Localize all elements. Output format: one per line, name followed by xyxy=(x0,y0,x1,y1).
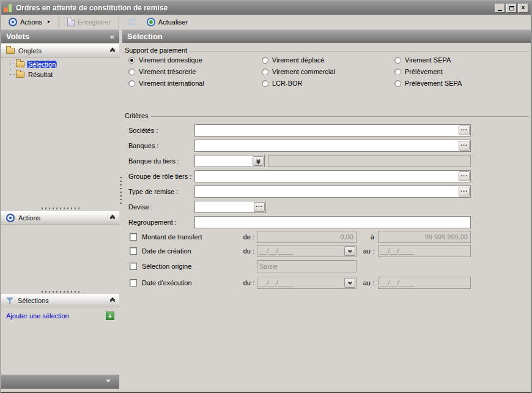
radio-virement-deplace[interactable]: Virement déplacé xyxy=(262,56,324,64)
radio-virement-tresorerie[interactable]: Virement trésorerie xyxy=(128,68,196,75)
splitter-handle[interactable] xyxy=(42,291,79,293)
add-selection-button[interactable]: + xyxy=(106,312,114,320)
save-icon xyxy=(67,18,75,26)
toolbar: Actions ▼ Enregistrer Actualiser xyxy=(1,15,531,29)
radio-icon xyxy=(128,57,135,64)
volets-title: Volets xyxy=(6,32,29,41)
groupe-role-input[interactable] xyxy=(197,173,459,180)
date-creation-du-label: du : xyxy=(231,247,254,255)
vertical-splitter-handle[interactable] xyxy=(120,177,122,204)
montant-de-input xyxy=(259,233,355,241)
banque-tiers-name-input xyxy=(270,157,470,165)
tree-item-selection[interactable]: Sélection xyxy=(16,59,57,69)
radio-virement-commercial[interactable]: Virement commercial xyxy=(262,68,335,75)
application-window: Ordres en attente de constitution de rem… xyxy=(0,0,532,393)
radio-icon xyxy=(128,69,135,75)
groupbox-line xyxy=(190,51,529,51)
societes-browse-button[interactable]: ... xyxy=(459,125,470,135)
app-icon xyxy=(4,4,12,13)
banques-field: ... xyxy=(194,140,471,152)
groupe-role-browse-button[interactable]: ... xyxy=(459,171,470,181)
radio-label: Virement international xyxy=(139,80,204,87)
support-legend-label: Support de paiement xyxy=(125,47,187,54)
radio-label: Virement commercial xyxy=(272,68,335,75)
toolbar-separator xyxy=(119,17,119,28)
chevron-up-icon[interactable] xyxy=(111,50,114,52)
title-bar: Ordres en attente de constitution de rem… xyxy=(1,1,531,15)
filter-funnel-icon xyxy=(6,297,14,305)
add-selection-link[interactable]: Ajouter une sélection xyxy=(6,312,69,320)
folder-icon xyxy=(6,48,15,54)
close-button[interactable]: × xyxy=(518,4,528,13)
collapse-sidebar-icon[interactable]: « xyxy=(110,32,114,41)
support-groupbox-legend: Support de paiement xyxy=(125,47,529,54)
societes-field: ... xyxy=(194,124,471,137)
type-remise-label: Type de remise : xyxy=(128,188,178,195)
splitter-handle[interactable] xyxy=(42,208,79,209)
date-execution-label: Date d'exécution xyxy=(142,279,192,286)
onglets-label: Onglets xyxy=(18,47,42,54)
regroupement-input[interactable] xyxy=(197,219,470,226)
toolbar-separator xyxy=(59,17,59,28)
radio-label: Prélèvement SEPA xyxy=(405,80,462,87)
radio-icon xyxy=(262,57,268,64)
add-selection-row: Ajouter une sélection + xyxy=(1,310,119,322)
date-creation-checkbox[interactable] xyxy=(130,247,137,255)
montant-a-input xyxy=(380,233,470,241)
chevron-up-icon[interactable] xyxy=(111,217,114,219)
minimize-button[interactable] xyxy=(495,4,505,13)
banques-browse-button[interactable]: ... xyxy=(459,141,470,151)
groupe-role-label: Groupe de rôle tiers : xyxy=(128,173,191,180)
date-execution-dropdown-button[interactable] xyxy=(344,278,355,288)
banque-tiers-dropdown-button[interactable] xyxy=(253,156,264,166)
date-execution-au-label: au : xyxy=(362,279,374,286)
banques-input[interactable] xyxy=(197,142,459,149)
date-execution-du-input xyxy=(259,279,344,286)
date-creation-au-label: au : xyxy=(362,247,374,255)
radio-virement-international[interactable]: Virement international xyxy=(128,80,204,87)
date-creation-label: Date de création xyxy=(142,247,191,255)
banque-tiers-input[interactable] xyxy=(197,157,253,165)
date-execution-du-field xyxy=(257,277,357,289)
date-creation-dropdown-button[interactable] xyxy=(344,246,355,256)
maximize-button[interactable] xyxy=(506,4,517,13)
montant-checkbox[interactable] xyxy=(130,233,137,241)
selection-origine-checkbox[interactable] xyxy=(130,263,137,270)
onglets-section-header[interactable]: Onglets xyxy=(1,44,119,58)
chevron-up-icon[interactable] xyxy=(111,299,114,302)
radio-icon xyxy=(128,80,135,87)
main-panel-title: Sélection xyxy=(127,32,163,41)
radio-icon xyxy=(394,69,401,75)
radio-icon xyxy=(394,80,401,87)
volets-header: Volets « xyxy=(1,29,119,43)
regroupement-field xyxy=(194,216,471,228)
tree-item-selection-label: Sélection xyxy=(27,61,57,68)
actions-menu-button[interactable]: Actions ▼ xyxy=(5,17,54,28)
save-button[interactable]: Enregistrer xyxy=(64,17,114,28)
actions-target-icon xyxy=(9,18,17,26)
actualiser-button[interactable]: Actualiser xyxy=(143,17,191,28)
actions-section-header[interactable]: Actions xyxy=(1,211,119,225)
selections-section-header[interactable]: Sélections xyxy=(1,294,119,307)
actions-section-label: Actions xyxy=(18,214,40,222)
montant-de-field xyxy=(257,231,357,243)
date-creation-au-input xyxy=(380,247,470,255)
devise-input[interactable] xyxy=(197,203,254,211)
criteres-groupbox-legend: Critères xyxy=(125,112,529,119)
date-execution-au-field xyxy=(378,277,471,289)
radio-prelevement[interactable]: Prélèvement xyxy=(394,68,443,75)
type-remise-input[interactable] xyxy=(197,188,459,195)
date-execution-checkbox[interactable] xyxy=(130,279,137,286)
refresh-arrows-button[interactable] xyxy=(124,17,141,28)
type-remise-browse-button[interactable]: ... xyxy=(459,187,470,196)
devise-browse-button[interactable]: ... xyxy=(254,202,265,212)
tree-item-resultat-label: Résultat xyxy=(27,71,54,78)
sidebar-bottom-bar[interactable] xyxy=(1,375,119,389)
radio-virement-domestique[interactable]: Virement domestique xyxy=(128,56,202,64)
radio-prelevement-sepa[interactable]: Prélèvement SEPA xyxy=(394,80,462,87)
radio-virement-sepa[interactable]: Virement SEPA xyxy=(394,56,451,64)
societes-input[interactable] xyxy=(197,127,459,134)
tree-item-resultat[interactable]: Résultat xyxy=(16,70,54,80)
montant-label: Montant de transfert xyxy=(142,233,202,241)
radio-lcr-bor[interactable]: LCR-BOR xyxy=(262,80,303,87)
